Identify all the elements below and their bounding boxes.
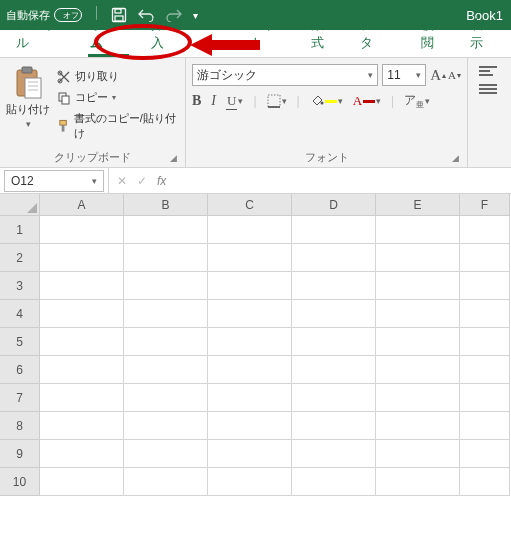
cell[interactable] xyxy=(124,216,208,244)
column-header[interactable]: B xyxy=(124,194,208,216)
tab-pagelayout[interactable]: アウト xyxy=(240,11,297,57)
row-header[interactable]: 2 xyxy=(0,244,40,272)
cell[interactable] xyxy=(124,468,208,496)
cell[interactable] xyxy=(40,468,124,496)
paste-button[interactable]: 貼り付け ▾ xyxy=(6,62,51,148)
cell[interactable] xyxy=(460,272,510,300)
cell[interactable] xyxy=(460,244,510,272)
decrease-font-button[interactable]: A▾ xyxy=(448,67,461,84)
copy-button[interactable]: コピー ▾ xyxy=(57,90,179,105)
qat-customize-icon[interactable]: ▾ xyxy=(193,10,198,21)
cell[interactable] xyxy=(376,300,460,328)
cell[interactable] xyxy=(40,440,124,468)
row-header[interactable]: 7 xyxy=(0,384,40,412)
cell[interactable] xyxy=(292,468,376,496)
cell[interactable] xyxy=(376,468,460,496)
cell[interactable] xyxy=(376,412,460,440)
borders-button[interactable]: ▾ xyxy=(267,94,287,108)
font-name-select[interactable]: 游ゴシック ▾ xyxy=(192,64,378,86)
row-header[interactable]: 4 xyxy=(0,300,40,328)
cell[interactable] xyxy=(292,300,376,328)
cell[interactable] xyxy=(208,440,292,468)
cell[interactable] xyxy=(460,356,510,384)
cell[interactable] xyxy=(40,300,124,328)
cell[interactable] xyxy=(208,384,292,412)
row-header[interactable]: 6 xyxy=(0,356,40,384)
cell[interactable] xyxy=(124,328,208,356)
cell[interactable] xyxy=(376,440,460,468)
cell[interactable] xyxy=(208,244,292,272)
name-box[interactable]: O12 ▾ xyxy=(4,170,104,192)
select-all-corner[interactable] xyxy=(0,194,40,216)
cell[interactable] xyxy=(208,356,292,384)
cell[interactable] xyxy=(292,440,376,468)
fx-icon[interactable]: fx xyxy=(157,174,166,188)
cell[interactable] xyxy=(460,440,510,468)
cell[interactable] xyxy=(40,328,124,356)
cell[interactable] xyxy=(460,468,510,496)
row-header[interactable]: 3 xyxy=(0,272,40,300)
column-header[interactable]: D xyxy=(292,194,376,216)
cell[interactable] xyxy=(124,272,208,300)
cell[interactable] xyxy=(40,216,124,244)
tab-formulas[interactable]: 数式 xyxy=(301,11,346,57)
dialog-launcher-icon[interactable]: ◢ xyxy=(452,153,459,163)
cell[interactable] xyxy=(292,328,376,356)
cell[interactable] xyxy=(292,216,376,244)
align-left-button[interactable] xyxy=(479,84,497,94)
cell[interactable] xyxy=(460,384,510,412)
row-header[interactable]: 10 xyxy=(0,468,40,496)
cell[interactable] xyxy=(124,384,208,412)
cell[interactable] xyxy=(460,300,510,328)
formula-input[interactable] xyxy=(174,170,511,192)
underline-button[interactable]: U▾ xyxy=(226,93,243,110)
bold-button[interactable]: B xyxy=(192,93,201,109)
cell[interactable] xyxy=(124,412,208,440)
cell[interactable] xyxy=(40,272,124,300)
column-header[interactable]: C xyxy=(208,194,292,216)
column-header[interactable]: A xyxy=(40,194,124,216)
cell[interactable] xyxy=(124,356,208,384)
cell[interactable] xyxy=(460,412,510,440)
font-size-select[interactable]: 11 ▾ xyxy=(382,64,426,86)
cell[interactable] xyxy=(460,216,510,244)
row-header[interactable]: 8 xyxy=(0,412,40,440)
increase-font-button[interactable]: A▴ xyxy=(430,67,446,84)
tab-data[interactable]: データ xyxy=(350,11,407,57)
cell[interactable] xyxy=(376,244,460,272)
cell[interactable] xyxy=(208,412,292,440)
format-painter-button[interactable]: 書式のコピー/貼り付け xyxy=(57,111,179,141)
cell[interactable] xyxy=(460,328,510,356)
cut-button[interactable]: 切り取り xyxy=(57,69,179,84)
cell[interactable] xyxy=(292,384,376,412)
tab-insert[interactable]: 挿入 xyxy=(141,11,186,57)
cell[interactable] xyxy=(124,244,208,272)
tab-file[interactable]: ファイル xyxy=(6,11,76,57)
dialog-launcher-icon[interactable]: ◢ xyxy=(170,153,177,163)
cell[interactable] xyxy=(124,440,208,468)
cell[interactable] xyxy=(292,244,376,272)
cell[interactable] xyxy=(376,384,460,412)
row-header[interactable]: 1 xyxy=(0,216,40,244)
tab-review[interactable]: 校閲 xyxy=(411,11,456,57)
cell[interactable] xyxy=(376,272,460,300)
cell[interactable] xyxy=(208,300,292,328)
column-header[interactable]: E xyxy=(376,194,460,216)
phonetic-guide-button[interactable]: ア亜▾ xyxy=(404,92,430,110)
cell[interactable] xyxy=(376,328,460,356)
enter-icon[interactable]: ✓ xyxy=(137,174,147,188)
cell[interactable] xyxy=(40,384,124,412)
cell[interactable] xyxy=(376,356,460,384)
cell[interactable] xyxy=(292,356,376,384)
cell[interactable] xyxy=(208,328,292,356)
font-color-button[interactable]: A ▾ xyxy=(353,93,381,109)
tab-home[interactable]: ホーム xyxy=(80,11,137,57)
row-header[interactable]: 9 xyxy=(0,440,40,468)
cell[interactable] xyxy=(292,412,376,440)
cell[interactable] xyxy=(208,216,292,244)
tab-view[interactable]: 表示 xyxy=(460,11,505,57)
column-header[interactable]: F xyxy=(460,194,510,216)
italic-button[interactable]: I xyxy=(211,93,216,109)
row-header[interactable]: 5 xyxy=(0,328,40,356)
cell[interactable] xyxy=(292,272,376,300)
